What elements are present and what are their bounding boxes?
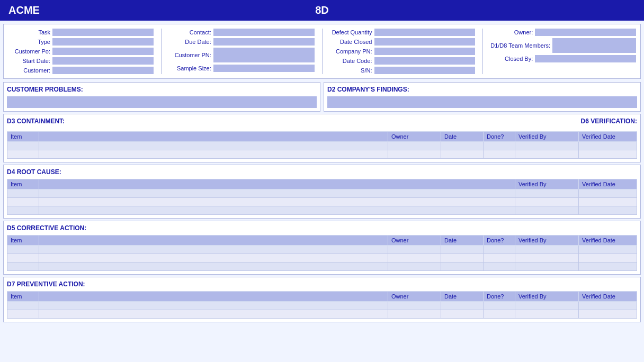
- d5-r1-done[interactable]: [484, 246, 515, 254]
- date-code-label: Date Code:: [330, 58, 372, 64]
- d3-r2-desc[interactable]: [39, 150, 388, 159]
- customer-row: Customer:: [8, 67, 154, 74]
- d3-r2-verified-date[interactable]: [579, 150, 637, 159]
- d5-r3-verified-by[interactable]: [515, 263, 579, 271]
- d5-title: D5 CORRECTIVE ACTION:: [7, 224, 637, 232]
- d5-r3-date[interactable]: [441, 263, 484, 271]
- d5-table: Item Owner Date Done? Verified By Verifi…: [7, 235, 637, 271]
- problems-findings-row: CUSTOMER PROBLEMS: D2 COMPANY'S FINDINGS…: [3, 82, 641, 112]
- d7-r1-desc[interactable]: [39, 302, 388, 310]
- d5-r1-desc[interactable]: [39, 246, 388, 254]
- d7-r1-verified-by[interactable]: [515, 302, 579, 310]
- d5-r3-verified-date[interactable]: [579, 263, 637, 271]
- closed-by-input[interactable]: [535, 55, 636, 62]
- start-date-label: Start Date:: [8, 58, 50, 64]
- d3-r2-date[interactable]: [441, 150, 484, 159]
- company-pn-input[interactable]: [374, 48, 476, 55]
- d1d8-team-input[interactable]: [552, 38, 636, 53]
- d3-r1-desc[interactable]: [39, 142, 388, 150]
- table-row: [7, 198, 637, 206]
- d4-r1-verified-date[interactable]: [579, 189, 637, 198]
- d4-r2-verified-by[interactable]: [515, 198, 579, 206]
- d4-r2-verified-date[interactable]: [579, 198, 637, 206]
- d5-r1-verified-by[interactable]: [515, 246, 579, 254]
- d4-r2-desc[interactable]: [39, 198, 515, 206]
- d7-r2-verified-by[interactable]: [515, 310, 579, 319]
- d7-r2-item[interactable]: [7, 310, 39, 319]
- owner-label: Owner:: [490, 29, 533, 35]
- d3-r1-item[interactable]: [7, 142, 39, 150]
- d7-r2-date[interactable]: [441, 310, 484, 319]
- d3-r1-date[interactable]: [441, 142, 484, 150]
- d3-col-done: Done?: [484, 132, 515, 142]
- d7-r1-item[interactable]: [7, 302, 39, 310]
- d2-section: D2 COMPANY'S FINDINGS:: [324, 82, 641, 112]
- d4-r3-desc[interactable]: [39, 206, 515, 215]
- date-code-input[interactable]: [374, 57, 476, 65]
- d3-r2-done[interactable]: [484, 150, 515, 159]
- d2-input[interactable]: [327, 96, 637, 108]
- d7-col-date: Date: [441, 292, 484, 302]
- d3-r2-item[interactable]: [7, 150, 39, 159]
- d5-r2-item[interactable]: [7, 254, 39, 263]
- d7-r2-done[interactable]: [484, 310, 515, 319]
- d7-r1-verified-date[interactable]: [579, 302, 637, 310]
- customer-po-input[interactable]: [52, 48, 154, 55]
- d7-r2-verified-date[interactable]: [579, 310, 637, 319]
- d4-title: D4 ROOT CAUSE:: [7, 168, 637, 176]
- d7-r1-done[interactable]: [484, 302, 515, 310]
- d7-r1-owner[interactable]: [388, 302, 441, 310]
- d4-r1-verified-by[interactable]: [515, 189, 579, 198]
- d5-r2-done[interactable]: [484, 254, 515, 263]
- d5-r3-owner[interactable]: [388, 263, 441, 271]
- d5-col-owner: Owner: [388, 236, 441, 246]
- due-date-input[interactable]: [213, 38, 315, 46]
- d3-r2-owner[interactable]: [388, 150, 441, 159]
- d3-r1-owner[interactable]: [388, 142, 441, 150]
- type-input[interactable]: [52, 38, 154, 46]
- d5-col-done: Done?: [484, 236, 515, 246]
- d7-r1-date[interactable]: [441, 302, 484, 310]
- date-closed-input[interactable]: [374, 38, 476, 46]
- d5-r2-desc[interactable]: [39, 254, 388, 263]
- d4-col-verified-by: Verified By: [515, 179, 579, 189]
- d5-r1-date[interactable]: [441, 246, 484, 254]
- d4-r1-desc[interactable]: [39, 189, 515, 198]
- d5-r3-done[interactable]: [484, 263, 515, 271]
- d3-r2-verified-by[interactable]: [515, 150, 579, 159]
- d5-r2-verified-by[interactable]: [515, 254, 579, 263]
- d3-r1-done[interactable]: [484, 142, 515, 150]
- owner-input[interactable]: [535, 29, 636, 36]
- d7-r2-owner[interactable]: [388, 310, 441, 319]
- sample-size-input[interactable]: [213, 65, 315, 72]
- defect-qty-input[interactable]: [374, 29, 476, 36]
- owner-row: Owner:: [490, 29, 636, 36]
- task-input[interactable]: [52, 29, 154, 36]
- d4-r2-item[interactable]: [7, 198, 39, 206]
- d5-r1-owner[interactable]: [388, 246, 441, 254]
- d5-r1-verified-date[interactable]: [579, 246, 637, 254]
- d5-r1-item[interactable]: [7, 246, 39, 254]
- d3-title: D3 CONTAINMENT:: [7, 117, 65, 125]
- d4-r3-item[interactable]: [7, 206, 39, 215]
- d5-r3-desc[interactable]: [39, 263, 388, 271]
- start-date-input[interactable]: [52, 57, 154, 65]
- d5-r2-owner[interactable]: [388, 254, 441, 263]
- d3-r1-verified-date[interactable]: [579, 142, 637, 150]
- d4-r1-item[interactable]: [7, 189, 39, 198]
- customer-problems-input[interactable]: [7, 96, 317, 108]
- info-group-3: Defect Quantity Date Closed Company PN: …: [330, 29, 476, 74]
- d5-r3-item[interactable]: [7, 263, 39, 271]
- sn-input[interactable]: [374, 67, 476, 74]
- contact-input[interactable]: [213, 29, 315, 36]
- d4-r3-verified-by[interactable]: [515, 206, 579, 215]
- d5-r2-date[interactable]: [441, 254, 484, 263]
- d5-r2-verified-date[interactable]: [579, 254, 637, 263]
- customer-input[interactable]: [52, 67, 154, 74]
- d4-header-row: Item Verified By Verified Date: [7, 179, 637, 189]
- d7-table: Item Owner Date Done? Verified By Verifi…: [7, 291, 637, 319]
- customer-pn-input[interactable]: [213, 48, 315, 62]
- d4-r3-verified-date[interactable]: [579, 206, 637, 215]
- d7-r2-desc[interactable]: [39, 310, 388, 319]
- d3-r1-verified-by[interactable]: [515, 142, 579, 150]
